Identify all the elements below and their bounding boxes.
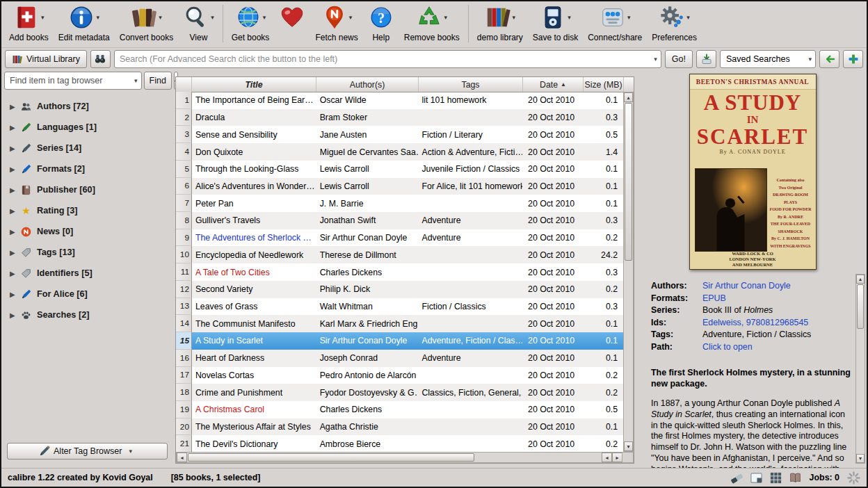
cell-title[interactable]: Sense and Sensibility xyxy=(192,126,316,143)
cell-title[interactable]: Second Variety xyxy=(192,281,316,298)
sidebar-item-series[interactable]: ▶Series [14] xyxy=(4,138,172,158)
cell-title[interactable]: The Adventures of Sherlock … xyxy=(192,229,316,247)
cell-title[interactable]: A Study in Scarlet xyxy=(192,332,316,350)
cell-size[interactable]: 0.1 xyxy=(583,350,623,367)
sidebar-item-languages[interactable]: ▶Languages [1] xyxy=(4,117,172,138)
expand-arrow-icon[interactable]: ▶ xyxy=(10,228,21,236)
table-row[interactable]: 14The Communist ManifestoKarl Marx & Fri… xyxy=(176,315,623,332)
sidebar-item-for-alice[interactable]: ▶For Alice [6] xyxy=(4,284,172,304)
cell-authors[interactable]: Ambrose Bierce xyxy=(316,435,419,452)
jobs-indicator[interactable]: Jobs: 0 xyxy=(810,473,839,482)
cell-date[interactable]: 20 Oct 2010 xyxy=(522,263,583,281)
cell-tags[interactable]: Classics, Fiction, General,… xyxy=(418,384,522,401)
cell-date[interactable]: 20 Oct 2010 xyxy=(522,418,583,436)
vertical-scrollbar[interactable]: ▴ ▾ xyxy=(623,92,634,452)
cell-size[interactable]: 0.2 xyxy=(583,435,623,452)
cell-tags[interactable] xyxy=(418,109,522,127)
cell-title[interactable]: Heart of Darkness xyxy=(192,350,316,367)
toolbar-get-books-button[interactable]: ▾Get books xyxy=(227,3,275,43)
cell-date[interactable]: 20 Oct 2010 xyxy=(522,384,583,401)
cell-title[interactable]: Alice's Adventures in Wonder… xyxy=(192,178,316,195)
column-header-author-s[interactable]: Author(s) xyxy=(316,77,419,92)
cell-tags[interactable] xyxy=(418,367,522,384)
cell-title[interactable]: The Importance of Being Ear… xyxy=(192,92,316,109)
cell-authors[interactable]: Bram Stoker xyxy=(316,109,419,127)
cell-title[interactable]: The Mysterious Affair at Styles xyxy=(192,418,316,436)
book-cover[interactable]: BEETON'S CHRISTMAS ANNUAL A STUDYINSCARL… xyxy=(689,74,817,270)
cell-tags[interactable]: Adventure, Fiction / Clas… xyxy=(418,332,522,350)
column-header-title[interactable]: Title xyxy=(192,77,316,92)
cell-tags[interactable] xyxy=(418,263,522,281)
cell-authors[interactable]: Philip K. Dick xyxy=(316,281,419,298)
table-row[interactable]: 9The Adventures of Sherlock …Sir Arthur … xyxy=(176,229,623,247)
sidebar-item-formats[interactable]: ▶Formats [2] xyxy=(4,158,172,179)
sidebar-item-rating[interactable]: ▶★Rating [3] xyxy=(4,200,172,221)
cell-tags[interactable]: Fiction / Classics xyxy=(418,298,522,316)
vertical-scrollbar-thumb[interactable] xyxy=(625,103,632,261)
table-row[interactable]: 11A Tale of Two CitiesCharles Dickens20 … xyxy=(176,263,623,281)
cell-tags[interactable] xyxy=(418,418,522,436)
sidebar-item-searches[interactable]: ▶Searches [2] xyxy=(4,304,172,325)
table-row[interactable]: 7Peter PanJ. M. Barrie20 Oct 20100.1 xyxy=(176,195,623,212)
cell-authors[interactable]: Charles Dickens xyxy=(316,263,419,281)
cell-authors[interactable]: Joseph Conrad xyxy=(316,350,419,367)
cell-tags[interactable]: Fiction / Literary xyxy=(418,126,522,143)
expand-arrow-icon[interactable]: ▶ xyxy=(10,270,21,277)
cell-title[interactable]: Leaves of Grass xyxy=(192,298,316,316)
find-button[interactable]: Find xyxy=(144,72,172,90)
dropdown-arrow-icon[interactable]: ▾ xyxy=(627,14,631,21)
cell-date[interactable]: 20 Oct 2010 xyxy=(522,401,583,418)
cell-date[interactable]: 20 Oct 2010 xyxy=(522,229,583,247)
cell-size[interactable]: 0.2 xyxy=(583,384,623,401)
field-link[interactable]: EPUB xyxy=(702,293,726,303)
table-row[interactable]: 15A Study in ScarletSir Arthur Conan Doy… xyxy=(176,332,623,350)
cell-title[interactable]: A Christmas Carol xyxy=(192,401,316,418)
toolbar-donate-button[interactable] xyxy=(274,3,310,33)
cell-size[interactable]: 0.1 xyxy=(583,195,623,212)
cell-title[interactable]: The Devil's Dictionary xyxy=(192,435,316,452)
jobs-spinner-icon[interactable] xyxy=(847,471,860,485)
table-row[interactable]: 13Leaves of GrassWalt WhitmanFiction / C… xyxy=(176,298,623,316)
cell-authors[interactable]: Jonathan Swift xyxy=(316,212,419,229)
dropdown-arrow-icon[interactable]: ▾ xyxy=(349,14,353,21)
cell-date[interactable]: 20 Oct 2010 xyxy=(522,178,583,195)
toolbar-connect-share-button[interactable]: ▾Connect/share xyxy=(583,3,647,43)
cell-title[interactable]: Encyclopedia of Needlework xyxy=(192,246,316,263)
save-search-button[interactable] xyxy=(696,50,716,68)
dropdown-arrow-icon[interactable]: ▾ xyxy=(96,14,99,21)
cell-tags[interactable] xyxy=(418,401,522,418)
dropdown-arrow-icon[interactable]: ▾ xyxy=(513,14,516,21)
cell-tags[interactable]: Juvenile Fiction / Classics xyxy=(418,161,522,178)
cell-title[interactable]: Don Quixote xyxy=(192,143,316,161)
cell-authors[interactable]: Fyodor Dostoyevsky & G… xyxy=(316,384,419,401)
details-scrollbar-thumb[interactable] xyxy=(857,284,864,329)
expand-arrow-icon[interactable]: ▶ xyxy=(10,186,21,194)
cell-tags[interactable] xyxy=(418,195,522,212)
table-row[interactable]: 12Second VarietyPhilip K. Dick20 Oct 201… xyxy=(176,281,623,298)
cell-date[interactable]: 20 Oct 2010 xyxy=(522,350,583,367)
cell-date[interactable]: 20 Oct 2010 xyxy=(522,143,583,161)
table-row[interactable]: 4Don QuixoteMiguel de Cervantes Saa…Acti… xyxy=(176,143,623,161)
cell-authors[interactable]: Lewis Carroll xyxy=(316,161,419,178)
scroll-down-arrow-icon[interactable]: ▾ xyxy=(624,441,633,451)
cell-size[interactable]: 24.2 xyxy=(583,246,623,263)
scroll-right-arrow-icon[interactable]: ▸ xyxy=(612,453,622,462)
alter-tag-browser-button[interactable]: Alter Tag Browser ▾ xyxy=(7,443,168,459)
cover-grid-icon[interactable] xyxy=(769,471,782,485)
cell-size[interactable]: 0.2 xyxy=(583,367,623,384)
toolbar-view-button[interactable]: ▾View xyxy=(178,3,219,43)
cell-authors[interactable]: Sir Arthur Conan Doyle xyxy=(316,229,419,247)
dropdown-arrow-icon[interactable]: ▾ xyxy=(444,14,447,21)
table-row[interactable]: 19A Christmas CarolCharles Dickens20 Oct… xyxy=(176,401,623,418)
cell-date[interactable]: 20 Oct 2010 xyxy=(522,298,583,316)
table-row[interactable]: 17Novelas CortasPedro Antonio de Alarcón… xyxy=(176,367,623,384)
details-scroll-up-icon[interactable]: ▴ xyxy=(856,275,865,284)
expand-arrow-icon[interactable]: ▶ xyxy=(10,207,21,215)
cell-date[interactable]: 20 Oct 2010 xyxy=(522,367,583,384)
search-history-arrow-icon[interactable]: ▾ xyxy=(650,56,661,63)
table-row[interactable]: 16Heart of DarknessJoseph ConradAdventur… xyxy=(176,350,623,367)
table-row[interactable]: 3Sense and SensibilityJane AustenFiction… xyxy=(176,126,623,143)
find-dropdown-arrow-icon[interactable]: ▾ xyxy=(131,77,141,84)
details-scroll-down-icon[interactable]: ▾ xyxy=(856,454,865,463)
expand-arrow-icon[interactable]: ▶ xyxy=(10,249,21,257)
